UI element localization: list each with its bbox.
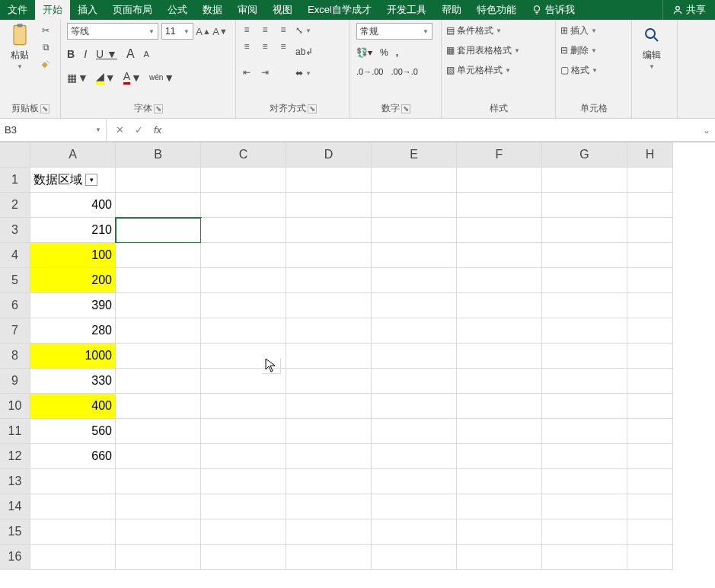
font-size-selector[interactable]: 11▼ [161,23,193,40]
cell-A9[interactable]: 330 [30,369,116,394]
cell-D16[interactable] [286,545,372,570]
clipboard-dialog-launcher[interactable]: ⬊ [40,104,49,113]
column-header-D[interactable]: D [286,142,372,168]
align-bottom[interactable]: ≡ [276,23,291,37]
cell-F7[interactable] [457,318,542,344]
cell-D12[interactable] [286,444,372,469]
name-box[interactable]: B3▼ [0,119,107,141]
cell-E16[interactable] [372,545,457,570]
tell-me[interactable]: 告诉我 [524,0,583,20]
align-dialog-launcher[interactable]: ⬊ [308,104,317,113]
delete-cells-button[interactable]: ⊟删除▼ [559,43,599,58]
copy-button[interactable]: ⧉ [40,41,52,53]
cell-D2[interactable] [286,193,372,218]
cell-B6[interactable] [116,293,201,318]
underline-button[interactable]: U ▼ [96,48,117,60]
cell-C5[interactable] [201,268,286,293]
cell-A11[interactable]: 560 [30,419,116,444]
merge-center-button[interactable]: ⬌▼ [294,66,314,81]
cell-A16[interactable] [30,545,116,570]
cell-D3[interactable] [286,218,372,243]
align-middle[interactable]: ≡ [257,23,273,37]
align-top[interactable]: ≡ [239,23,254,37]
row-header-15[interactable]: 15 [0,519,30,545]
cell-D10[interactable] [286,394,372,419]
column-header-H[interactable]: H [627,142,673,168]
cell-G11[interactable] [542,419,627,444]
cell-F12[interactable] [457,444,542,469]
cell-E3[interactable] [372,218,457,243]
cell-E11[interactable] [372,419,457,444]
column-header-A[interactable]: A [30,142,116,168]
tab-page-layout[interactable]: 页面布局 [105,0,160,20]
cell-E4[interactable] [372,243,457,268]
cell-F10[interactable] [457,394,542,419]
cell-B9[interactable] [116,369,201,394]
cell-F16[interactable] [457,545,542,570]
cell-B14[interactable] [116,494,201,519]
cell-H2[interactable] [627,193,673,218]
column-header-G[interactable]: G [542,142,627,168]
tab-data[interactable]: 数据 [195,0,230,20]
cell-C1[interactable] [201,168,286,193]
cell-D9[interactable] [286,369,372,394]
cell-E14[interactable] [372,494,457,519]
cell-G7[interactable] [542,318,627,344]
cell-H4[interactable] [627,243,673,268]
tab-formulas[interactable]: 公式 [160,0,195,20]
share-button[interactable]: 共享 [662,0,715,20]
cell-H9[interactable] [627,369,673,394]
select-all-corner[interactable] [0,142,30,168]
comma-format[interactable]: , [396,47,398,58]
row-header-6[interactable]: 6 [0,293,30,318]
cell-G3[interactable] [542,218,627,243]
tab-insert[interactable]: 插入 [70,0,105,20]
column-header-B[interactable]: B [116,142,201,168]
cell-G2[interactable] [542,193,627,218]
cell-E12[interactable] [372,444,457,469]
row-header-2[interactable]: 2 [0,193,30,218]
cell-G15[interactable] [542,519,627,545]
number-dialog-launcher[interactable]: ⬊ [401,104,410,113]
cell-H16[interactable] [627,545,673,570]
cell-H13[interactable] [627,469,673,494]
cell-H11[interactable] [627,419,673,444]
phonetic-button[interactable]: wén▼ [149,72,174,84]
cell-C6[interactable] [201,293,286,318]
cell-H15[interactable] [627,519,673,545]
cell-F6[interactable] [457,293,542,318]
cell-D14[interactable] [286,494,372,519]
conditional-format-button[interactable]: ▤条件格式▼ [445,23,522,38]
cell-H12[interactable] [627,444,673,469]
font-color-button[interactable]: A▼ [123,70,142,85]
tab-help[interactable]: 帮助 [434,0,469,20]
cell-H3[interactable] [627,218,673,243]
format-cells-button[interactable]: ▢格式▼ [559,62,599,78]
cell-B3[interactable] [116,218,201,243]
accounting-format[interactable]: 💱▾ [356,47,372,58]
font-shrink-icon[interactable]: A [144,50,149,59]
find-select-button[interactable]: 编辑 ▼ [635,21,669,72]
increase-decimal[interactable]: .0→.00 [356,67,383,76]
cell-G12[interactable] [542,444,627,469]
cell-D6[interactable] [286,293,372,318]
spreadsheet-grid[interactable]: ABCDEFGH1数据区域▾24003210410052006390728081… [0,142,715,570]
format-painter-button[interactable] [40,58,52,70]
cell-C4[interactable] [201,243,286,268]
decrease-font-size[interactable]: A▼ [213,24,227,38]
cell-B16[interactable] [116,545,201,570]
cell-A4[interactable]: 100 [30,243,116,268]
orientation-button[interactable]: ⤡▼ [294,23,314,38]
cell-F3[interactable] [457,218,542,243]
row-header-12[interactable]: 12 [0,444,30,469]
cell-C7[interactable] [201,318,286,344]
cell-C12[interactable] [201,444,286,469]
cell-C10[interactable] [201,394,286,419]
wrap-text-button[interactable]: ab↲ [294,44,314,59]
cell-F9[interactable] [457,369,542,394]
cell-H14[interactable] [627,494,673,519]
cell-G6[interactable] [542,293,627,318]
cell-D4[interactable] [286,243,372,268]
cell-F11[interactable] [457,419,542,444]
cell-D13[interactable] [286,469,372,494]
